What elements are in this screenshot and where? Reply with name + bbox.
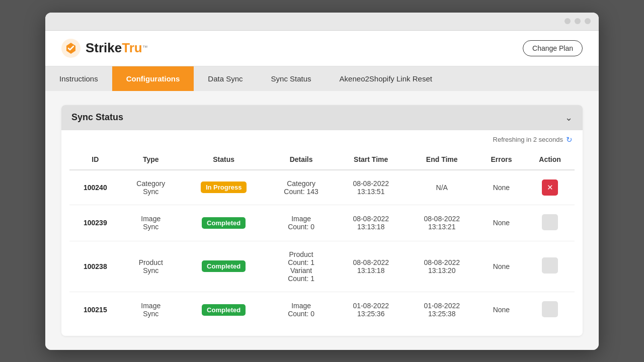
table-header-row: ID Type Status Details Start Time End Ti… xyxy=(69,149,575,170)
cell-errors-0: None xyxy=(477,170,525,205)
chevron-down-icon[interactable]: ⌄ xyxy=(565,112,573,123)
col-status: Status xyxy=(181,149,267,170)
refresh-text: Refreshing in 2 seconds xyxy=(493,136,563,143)
cell-errors-1: None xyxy=(477,205,525,241)
nav-item-configurations[interactable]: Configurations xyxy=(112,66,194,91)
col-start-time: Start Time xyxy=(336,149,407,170)
cell-end-time-0: N/A xyxy=(407,170,477,205)
change-plan-button[interactable]: Change Plan xyxy=(523,40,583,56)
action-disabled-button xyxy=(542,301,558,317)
refresh-bar: Refreshing in 2 seconds ↻ xyxy=(61,130,583,149)
cell-details-2: ProductCount: 1VariantCount: 1 xyxy=(267,241,336,292)
col-details: Details xyxy=(267,149,336,170)
sync-status-header: Sync Status ⌄ xyxy=(61,105,583,130)
cell-details-0: CategoryCount: 143 xyxy=(267,170,336,205)
app-window: StrikeTru™ Change Plan Instructions Conf… xyxy=(45,13,599,350)
cell-start-time-0: 08-08-202213:13:51 xyxy=(336,170,407,205)
status-badge: Completed xyxy=(202,304,246,316)
cell-status-1: Completed xyxy=(181,205,267,241)
cell-id-1: 100239 xyxy=(69,205,121,241)
logo: StrikeTru™ xyxy=(61,39,148,58)
nav-item-data-sync[interactable]: Data Sync xyxy=(194,66,257,91)
cell-status-2: Completed xyxy=(181,241,267,292)
cell-end-time-1: 08-08-202213:13:21 xyxy=(407,205,477,241)
col-action: Action xyxy=(525,149,575,170)
cell-end-time-3: 01-08-202213:25:38 xyxy=(407,292,477,328)
window-dot-1 xyxy=(565,18,571,24)
nav-item-instructions[interactable]: Instructions xyxy=(45,66,112,91)
col-id: ID xyxy=(69,149,121,170)
sync-status-card: Sync Status ⌄ Refreshing in 2 seconds ↻ … xyxy=(61,105,583,336)
main-content: Sync Status ⌄ Refreshing in 2 seconds ↻ … xyxy=(45,91,599,350)
window-dot-3 xyxy=(585,18,591,24)
cell-id-0: 100240 xyxy=(69,170,121,205)
cell-action-3[interactable] xyxy=(525,292,575,328)
cell-details-3: ImageCount: 0 xyxy=(267,292,336,328)
status-badge: Completed xyxy=(202,260,246,272)
window-titlebar xyxy=(45,13,599,31)
cell-type-0: CategorySync xyxy=(121,170,181,205)
cell-start-time-1: 08-08-202213:13:18 xyxy=(336,205,407,241)
table-row: 100240CategorySyncIn ProgressCategoryCou… xyxy=(69,170,575,205)
navigation: Instructions Configurations Data Sync Sy… xyxy=(45,66,599,91)
cell-errors-3: None xyxy=(477,292,525,328)
col-end-time: End Time xyxy=(407,149,477,170)
cell-details-1: ImageCount: 0 xyxy=(267,205,336,241)
cancel-button[interactable]: ✕ xyxy=(542,179,558,196)
table-row: 100239ImageSyncCompletedImageCount: 008-… xyxy=(69,205,575,241)
nav-item-akeneo-link-reset[interactable]: Akeneo2Shopify Link Reset xyxy=(326,66,446,91)
header: StrikeTru™ Change Plan xyxy=(45,31,599,66)
cell-action-0[interactable]: ✕ xyxy=(525,170,575,205)
cell-type-3: ImageSync xyxy=(121,292,181,328)
col-type: Type xyxy=(121,149,181,170)
cell-id-3: 100215 xyxy=(69,292,121,328)
window-dot-2 xyxy=(575,18,581,24)
table-row: 100238ProductSyncCompletedProductCount: … xyxy=(69,241,575,292)
logo-text: StrikeTru™ xyxy=(86,40,148,56)
cell-errors-2: None xyxy=(477,241,525,292)
table-row: 100215ImageSyncCompletedImageCount: 001-… xyxy=(69,292,575,328)
cell-action-2[interactable] xyxy=(525,241,575,292)
action-disabled-button xyxy=(542,214,558,230)
cell-id-2: 100238 xyxy=(69,241,121,292)
cell-status-3: Completed xyxy=(181,292,267,328)
status-badge: Completed xyxy=(202,217,246,229)
window-dots xyxy=(565,18,591,24)
sync-table-container: ID Type Status Details Start Time End Ti… xyxy=(61,149,583,336)
status-badge: In Progress xyxy=(201,182,247,193)
cell-start-time-3: 01-08-202213:25:36 xyxy=(336,292,407,328)
cell-start-time-2: 08-08-202213:13:18 xyxy=(336,241,407,292)
cell-status-0: In Progress xyxy=(181,170,267,205)
sync-status-title: Sync Status xyxy=(71,112,123,123)
logo-icon xyxy=(61,39,80,58)
col-errors: Errors xyxy=(477,149,525,170)
sync-table: ID Type Status Details Start Time End Ti… xyxy=(69,149,575,328)
cell-type-2: ProductSync xyxy=(121,241,181,292)
cell-action-1[interactable] xyxy=(525,205,575,241)
nav-item-sync-status[interactable]: Sync Status xyxy=(257,66,326,91)
refresh-icon[interactable]: ↻ xyxy=(566,135,573,144)
action-disabled-button xyxy=(542,257,558,274)
cell-end-time-2: 08-08-202213:13:20 xyxy=(407,241,477,292)
cell-type-1: ImageSync xyxy=(121,205,181,241)
